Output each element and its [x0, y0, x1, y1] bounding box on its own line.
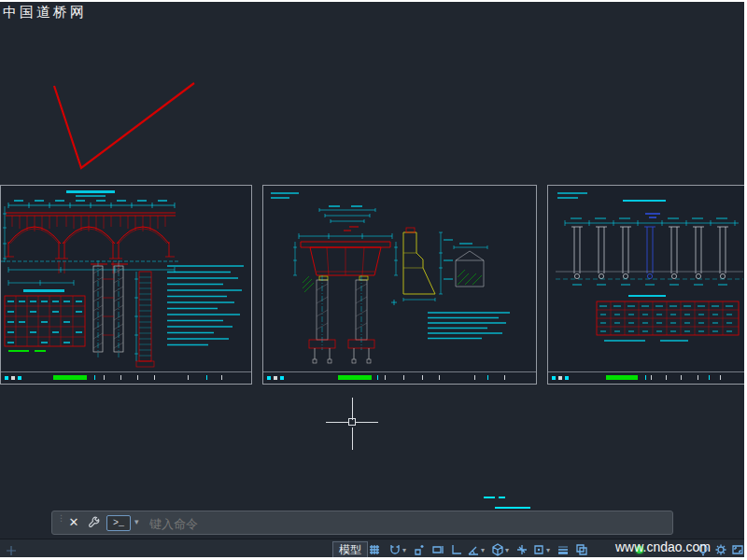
lineweight-icon[interactable] [555, 541, 571, 557]
snap-mode-icon[interactable]: ▾ [387, 541, 408, 557]
isometric-drafting-icon[interactable]: ▾ [489, 541, 511, 557]
ortho-icon[interactable] [448, 541, 465, 557]
sheet-2-titlebar [263, 371, 536, 384]
status-corner-icon[interactable] [5, 544, 18, 557]
sheet-1-titlebar [1, 371, 251, 384]
command-input[interactable] [148, 514, 655, 533]
close-icon[interactable]: ✕ [65, 514, 82, 531]
drawing-sheet-1[interactable] [0, 185, 252, 385]
sheet-1-drawing [1, 186, 251, 372]
infer-constraints-icon[interactable] [411, 541, 428, 557]
model-space-button[interactable]: 模型 [332, 541, 368, 557]
footer-mark [267, 376, 271, 380]
footer-mark [280, 376, 284, 380]
wrench-icon[interactable] [86, 515, 103, 532]
red-polyline-entity[interactable] [37, 75, 205, 177]
drawing-sheet-3[interactable] [547, 185, 744, 385]
customization-gear-icon[interactable] [712, 541, 729, 557]
polar-tracking-icon[interactable]: ▾ [465, 541, 486, 557]
footer-mark [558, 376, 562, 380]
footer-mark [18, 376, 21, 380]
recent-commands-chevron-icon[interactable]: ▾ [134, 517, 139, 526]
sheet-footer-green-bar [606, 375, 638, 380]
footer-mark [552, 376, 556, 380]
watermark-top-left: 中国道桥网 [3, 4, 87, 21]
dynamic-input-icon[interactable] [430, 541, 446, 557]
footer-mark [565, 376, 569, 380]
clean-screen-icon[interactable] [729, 541, 744, 557]
drawing-sheet-2[interactable] [262, 185, 537, 385]
watermark-bottom-right: www.cndao.com [615, 539, 711, 554]
sheet-3-drawing [548, 186, 743, 372]
grid-icon[interactable] [366, 541, 383, 557]
sheet-3-titlebar [548, 371, 744, 384]
command-prompt-icon[interactable]: >_ [106, 515, 131, 531]
sheet-footer-green-bar [338, 375, 372, 380]
selection-cycling-icon[interactable] [573, 541, 590, 557]
object-snap-icon[interactable]: ▾ [530, 541, 552, 557]
sheet-2-drawing [263, 186, 536, 372]
model-space-canvas[interactable]: 中国道桥网 [0, 2, 744, 557]
sheet-footer-green-bar [53, 375, 87, 380]
footer-mark [5, 376, 8, 380]
osnap-tracking-icon[interactable] [514, 541, 530, 557]
command-line-bar[interactable]: ⋮ ✕ >_ ▾ [51, 511, 673, 535]
command-bar-grip[interactable]: ⋮ [57, 516, 61, 531]
footer-mark [274, 376, 277, 380]
footer-mark [11, 376, 15, 380]
